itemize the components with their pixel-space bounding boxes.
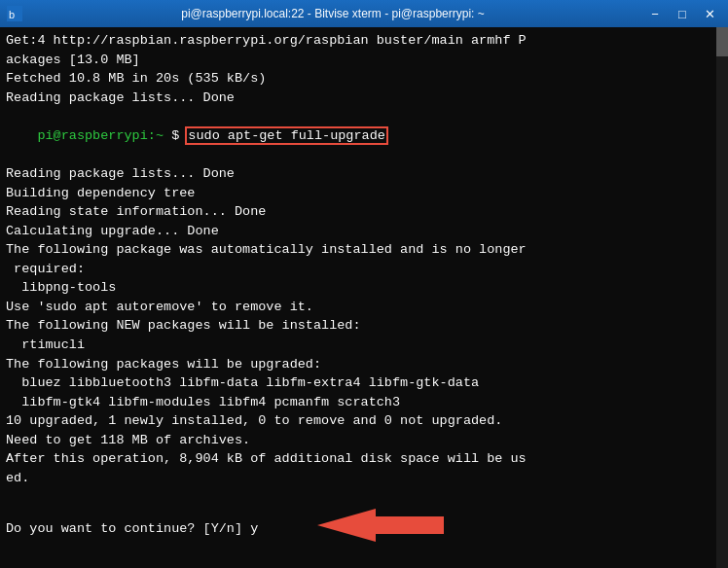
terminal-line-17: bluez libbluetooth3 libfm-data libfm-ext… bbox=[6, 373, 722, 393]
terminal-line-11: required: bbox=[6, 260, 722, 279]
terminal-line-12: libpng-tools bbox=[6, 278, 722, 298]
terminal-line-18: libfm-gtk4 libfm-modules libfm4 pcmanfm … bbox=[6, 393, 722, 412]
terminal-line-16: The following packages will be upgraded: bbox=[6, 355, 722, 374]
terminal-prompt-line: pi@raspberrypi:~ $ sudo apt-get full-upg… bbox=[6, 107, 722, 164]
prompt-user-host: pi@raspberrypi:~ bbox=[37, 128, 164, 143]
terminal-last-line: Do you want to continue? [Y/n] y bbox=[6, 488, 722, 569]
terminal-line-13: Use 'sudo apt autoremove' to remove it. bbox=[6, 298, 722, 317]
app-icon: b bbox=[6, 5, 23, 22]
window-controls: − □ ✕ bbox=[642, 5, 722, 22]
scrollbar-thumb[interactable] bbox=[716, 27, 728, 56]
prompt-symbol: $ bbox=[164, 128, 187, 143]
terminal-line-10: The following package was automatically … bbox=[6, 240, 722, 260]
terminal-line-7: Building dependency tree bbox=[6, 184, 722, 203]
terminal-line-8: Reading state information... Done bbox=[6, 202, 722, 222]
continue-prompt: Do you want to continue? [Y/n] y bbox=[6, 519, 258, 539]
terminal-line-19: 10 upgraded, 1 newly installed, 0 to rem… bbox=[6, 411, 722, 431]
arrow-icon bbox=[270, 488, 444, 569]
maximize-button[interactable]: □ bbox=[670, 5, 695, 22]
close-button[interactable]: ✕ bbox=[697, 5, 722, 22]
terminal-line-2: ackages [13.0 MB] bbox=[6, 51, 722, 70]
scrollbar[interactable] bbox=[716, 27, 728, 568]
terminal-area: Get:4 http://raspbian.raspberrypi.org/ra… bbox=[0, 27, 728, 568]
title-bar: b pi@raspberrypi.local:22 - Bitvise xter… bbox=[0, 0, 728, 27]
command-text: sudo apt-get full-upgrade bbox=[187, 128, 386, 143]
svg-text:b: b bbox=[9, 9, 15, 20]
window-title: pi@raspberrypi.local:22 - Bitvise xterm … bbox=[29, 7, 637, 20]
terminal-line-14: The following NEW packages will be insta… bbox=[6, 316, 722, 336]
terminal-line-22: ed. bbox=[6, 469, 722, 488]
terminal-line-21: After this operation, 8,904 kB of additi… bbox=[6, 449, 722, 469]
terminal-line-4: Reading package lists... Done bbox=[6, 89, 722, 108]
minimize-button[interactable]: − bbox=[642, 5, 668, 22]
terminal-line-3: Fetched 10.8 MB in 20s (535 kB/s) bbox=[6, 69, 722, 89]
terminal-line-9: Calculating upgrade... Done bbox=[6, 222, 722, 241]
svg-marker-2 bbox=[317, 509, 444, 542]
terminal-line-15: rtimucli bbox=[6, 336, 722, 355]
terminal-line-6: Reading package lists... Done bbox=[6, 164, 722, 184]
terminal-line-20: Need to get 118 MB of archives. bbox=[6, 431, 722, 450]
terminal-line-1: Get:4 http://raspbian.raspberrypi.org/ra… bbox=[6, 31, 722, 51]
